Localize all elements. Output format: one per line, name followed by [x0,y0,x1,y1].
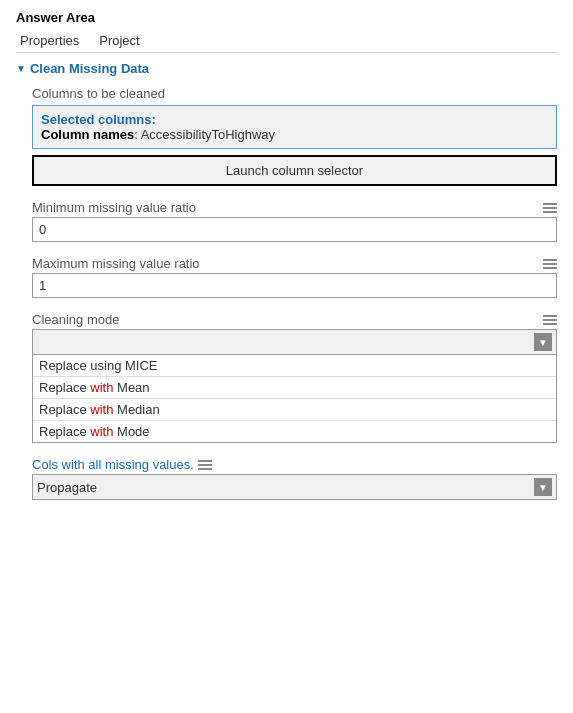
tab-bar: Properties Project [16,29,557,53]
max-missing-menu-icon[interactable] [543,259,557,269]
cleaning-mode-label-row: Cleaning mode [32,312,557,327]
column-names-value: AccessibilityToHighway [141,127,275,142]
cleaning-mode-list: Replace using MICE Replace with Mean Rep… [32,355,557,443]
tab-project[interactable]: Project [95,29,155,52]
cleaning-mode-arrow-icon[interactable]: ▼ [534,333,552,351]
tab-properties[interactable]: Properties [16,29,95,52]
section-arrow-icon: ▼ [16,63,26,74]
cleaning-mode-section: Cleaning mode ▼ Replace using MICE Repla… [16,312,557,443]
answer-area-title: Answer Area [16,10,557,25]
columns-section: Columns to be cleaned Selected columns: … [16,86,557,186]
min-missing-label-row: Minimum missing value ratio [32,200,557,215]
cols-missing-label-row: Cols with all missing values. [32,457,557,472]
answer-area: Answer Area Properties Project ▼ Clean M… [0,0,573,524]
max-missing-label: Maximum missing value ratio [32,256,539,271]
highlight-with-mode: with [90,424,113,439]
columns-label: Columns to be cleaned [32,86,557,101]
cleaning-option-mice[interactable]: Replace using MICE [33,355,556,377]
cleaning-mode-menu-icon[interactable] [543,315,557,325]
section-title: Clean Missing Data [30,61,149,76]
max-missing-label-row: Maximum missing value ratio [32,256,557,271]
min-missing-section: Minimum missing value ratio [16,200,557,242]
cols-missing-menu-icon[interactable] [198,460,212,470]
max-missing-input[interactable] [32,273,557,298]
cols-missing-selected: Propagate [37,480,534,495]
cleaning-mode-label: Cleaning mode [32,312,539,327]
min-missing-menu-icon[interactable] [543,203,557,213]
cleaning-option-mean[interactable]: Replace with Mean [33,377,556,399]
selected-columns-title: Selected columns: [41,112,548,127]
selected-columns-box: Selected columns: Column names: Accessib… [32,105,557,149]
cleaning-mode-dropdown[interactable]: ▼ Replace using MICE Replace with Mean R… [32,329,557,443]
cleaning-option-mode[interactable]: Replace with Mode [33,421,556,442]
section-header-clean-missing[interactable]: ▼ Clean Missing Data [16,61,557,76]
min-missing-label: Minimum missing value ratio [32,200,539,215]
column-names-label: Column names [41,127,134,142]
cols-missing-dropdown[interactable]: Propagate ▼ [32,474,557,500]
cols-missing-trigger[interactable]: Propagate ▼ [32,474,557,500]
cleaning-option-median[interactable]: Replace with Median [33,399,556,421]
launch-column-selector-button[interactable]: Launch column selector [32,155,557,186]
cols-missing-label: Cols with all missing values. [32,457,194,472]
selected-columns-value: Column names: AccessibilityToHighway [41,127,548,142]
cleaning-mode-trigger[interactable]: ▼ [32,329,557,355]
min-missing-input[interactable] [32,217,557,242]
highlight-with-mean: with [90,380,113,395]
max-missing-section: Maximum missing value ratio [16,256,557,298]
cols-missing-arrow-icon[interactable]: ▼ [534,478,552,496]
highlight-with-median: with [90,402,113,417]
cols-missing-section: Cols with all missing values. Propagate … [16,457,557,500]
